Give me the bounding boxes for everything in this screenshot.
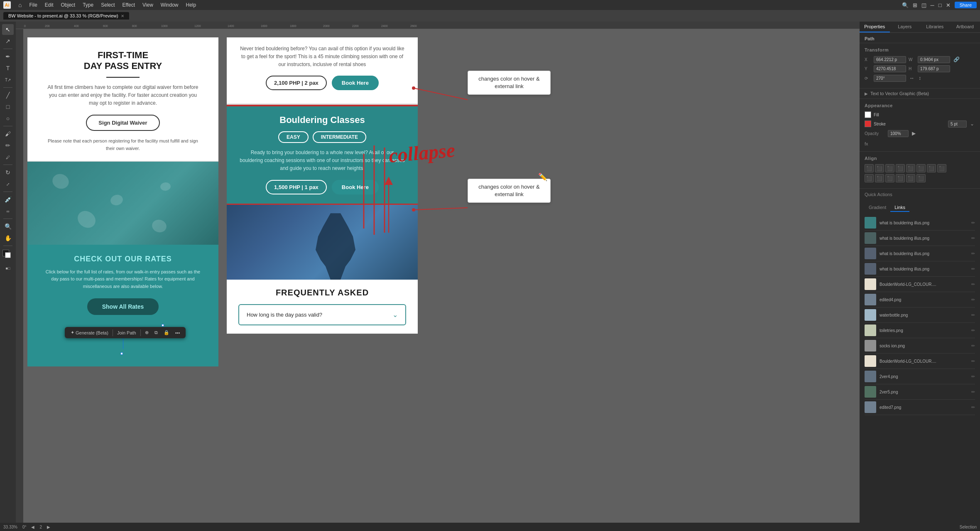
link-edit-icon-9[interactable]: ✏	[971, 343, 975, 349]
prev-artboard-btn[interactable]: ◀	[31, 525, 34, 529]
y-input[interactable]	[874, 65, 906, 72]
link-edit-icon-3[interactable]: ✏	[971, 251, 975, 256]
align-bottom-btn[interactable]: ⬛	[916, 164, 926, 172]
menu-help[interactable]: Help	[186, 2, 196, 8]
rotate-tool[interactable]: ↻	[2, 167, 14, 178]
menu-view[interactable]: View	[142, 2, 153, 8]
link-edit-icon-8[interactable]: ✏	[971, 328, 975, 333]
link-edit-icon-2[interactable]: ✏	[971, 236, 975, 241]
ellipse-tool[interactable]: ○	[2, 113, 14, 124]
menu-object[interactable]: Object	[61, 2, 76, 8]
line-tool[interactable]: ╱	[2, 90, 14, 101]
link-dimensions-icon[interactable]: 🔗	[953, 56, 960, 63]
distribute-more-btn[interactable]: ⬛	[885, 174, 894, 182]
join-path-button[interactable]: Join Path	[115, 329, 139, 337]
home-icon[interactable]: ⌂	[18, 2, 22, 8]
stroke-swatch[interactable]	[865, 120, 871, 127]
gradient-tab[interactable]: Gradient	[865, 204, 890, 212]
tab-main[interactable]: BW Website - to present.ai @ 33.33 % (RG…	[3, 12, 129, 20]
distribute-v-btn[interactable]: ⬛	[875, 174, 884, 182]
tab-close-icon[interactable]: ✕	[121, 14, 124, 18]
align-center-v-btn[interactable]: ⬛	[906, 164, 915, 172]
menu-type[interactable]: Type	[83, 2, 93, 8]
stroke-expand-icon[interactable]: ⌄	[969, 120, 975, 128]
link-edit-icon-6[interactable]: ✏	[971, 297, 975, 302]
panel-tab-layers[interactable]: Layers	[890, 22, 920, 32]
link-edit-icon-12[interactable]: ✏	[971, 389, 975, 395]
touch-type-tool[interactable]: T↗	[2, 74, 14, 85]
distribute-more4-btn[interactable]: ⬛	[916, 174, 926, 182]
toolbar-more-btn[interactable]: •••	[173, 329, 183, 337]
align-left-btn[interactable]: ⬛	[865, 164, 874, 172]
edit-pencil-icon[interactable]: ✏️	[538, 172, 547, 182]
menu-file[interactable]: File	[29, 2, 37, 8]
align-top-btn[interactable]: ⬛	[896, 164, 905, 172]
minimize-icon[interactable]: ─	[931, 2, 934, 8]
rect-tool[interactable]: □	[2, 101, 14, 112]
link-edit-icon-11[interactable]: ✏	[971, 374, 975, 379]
panel-tab-properties[interactable]: Properties	[860, 22, 890, 32]
generate-beta-button[interactable]: ✦ Generate (Beta)	[68, 329, 111, 337]
align-more-btn[interactable]: ⬛	[927, 164, 936, 172]
toolbar-icon-btn-1[interactable]: ⊕	[142, 329, 151, 337]
panel-tab-libraries[interactable]: Libraries	[920, 22, 950, 32]
blob-brush-tool[interactable]: 🖊	[2, 152, 14, 162]
eyedropper-tool[interactable]: 💉	[2, 194, 14, 205]
align-more2-btn[interactable]: ⬛	[937, 164, 946, 172]
opacity-expand-icon[interactable]: ▶	[911, 130, 916, 137]
scale-tool[interactable]: ⤢	[2, 179, 14, 189]
maximize-icon[interactable]: □	[938, 2, 942, 8]
menu-edit[interactable]: Edit	[45, 2, 54, 8]
align-right-btn[interactable]: ⬛	[885, 164, 894, 172]
hand-tool[interactable]: ✋	[2, 233, 14, 243]
direct-select-tool[interactable]: ↗	[2, 36, 14, 47]
next-artboard-btn[interactable]: ▶	[47, 525, 50, 529]
distribute-more2-btn[interactable]: ⬛	[896, 174, 905, 182]
toolbar-icon-btn-2[interactable]: ⧉	[152, 329, 160, 337]
pen-tool[interactable]: ✒	[2, 51, 14, 62]
link-edit-icon-4[interactable]: ✏	[971, 266, 975, 272]
paintbrush-tool[interactable]: 🖌	[2, 128, 14, 139]
book-here-button-1[interactable]: Book Here	[332, 76, 379, 90]
share-button[interactable]: Share	[955, 2, 977, 8]
rotation-input[interactable]	[874, 75, 906, 82]
type-tool[interactable]: T	[2, 63, 14, 74]
book-here-button-2[interactable]: Book Here	[332, 180, 379, 194]
panel-tab-artboard[interactable]: Artboard	[950, 22, 980, 32]
link-edit-icon-5[interactable]: ✏	[971, 282, 975, 287]
select-tool[interactable]: ↖	[2, 24, 14, 35]
close-icon[interactable]: ✕	[946, 2, 951, 8]
x-input[interactable]	[874, 56, 906, 63]
w-input[interactable]	[918, 56, 950, 63]
grid-icon[interactable]: ⊞	[913, 2, 917, 8]
link-edit-icon-1[interactable]: ✏	[971, 220, 975, 226]
canvas-area[interactable]: FIRST-TIME DAY PASS ENTRY All first time…	[23, 29, 860, 523]
zoom-tool[interactable]: 🔍	[2, 221, 14, 232]
link-edit-icon-13[interactable]: ✏	[971, 405, 975, 410]
link-edit-icon-10[interactable]: ✏	[971, 359, 975, 364]
distribute-h-btn[interactable]: ⬛	[865, 174, 874, 182]
stroke-color-swatch[interactable]	[5, 252, 11, 258]
fill-swatch[interactable]	[865, 111, 871, 118]
h-input[interactable]	[918, 65, 950, 72]
pencil-tool[interactable]: ✏	[2, 140, 14, 151]
menu-select[interactable]: Select	[101, 2, 115, 8]
stroke-size-input[interactable]	[948, 120, 967, 128]
toolbar-icon-btn-3[interactable]: 🔒	[161, 329, 172, 337]
blend-tool[interactable]: ∞	[2, 206, 14, 216]
arrange-icon[interactable]: ◫	[921, 2, 926, 8]
menu-window[interactable]: Window	[161, 2, 179, 8]
search-icon[interactable]: 🔍	[902, 2, 909, 8]
menu-effect[interactable]: Effect	[122, 2, 135, 8]
distribute-more3-btn[interactable]: ⬛	[906, 174, 915, 182]
expand-icon[interactable]: ▶	[865, 91, 868, 96]
sign-waiver-button[interactable]: Sign Digital Waiver	[86, 115, 159, 131]
links-tab[interactable]: Links	[890, 204, 909, 212]
opacity-input[interactable]	[888, 130, 909, 137]
show-all-rates-button[interactable]: Show All Rates	[87, 298, 159, 315]
flip-v-icon[interactable]: ↕	[918, 74, 922, 82]
faq-item-1[interactable]: How long is the day pass valid? ⌄	[238, 304, 406, 325]
flip-h-icon[interactable]: ↔	[909, 74, 915, 82]
link-edit-icon-7[interactable]: ✏	[971, 312, 975, 318]
align-center-h-btn[interactable]: ⬛	[875, 164, 884, 172]
